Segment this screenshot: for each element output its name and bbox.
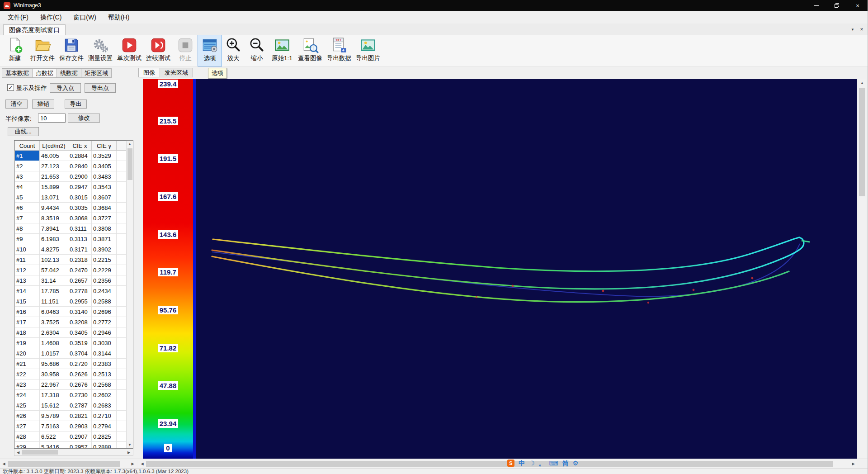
table-row[interactable]: #13 31.14 0.2657 0.2356: [15, 275, 127, 286]
table-vertical-scrollbar[interactable]: ▲ ▼: [126, 141, 133, 448]
table-row[interactable]: #28 6.522 0.2907 0.2825: [15, 431, 127, 442]
zoom-in-button[interactable]: 放大: [222, 35, 245, 66]
tab-basic-data[interactable]: 基本数据: [2, 68, 33, 78]
original-1to1-button[interactable]: 原始1:1: [269, 35, 296, 66]
table-row[interactable]: #19 1.4608 0.3519 0.3030: [15, 338, 127, 348]
column-header-luminance: L(cd/m2): [40, 141, 68, 151]
export-button[interactable]: 导出: [65, 100, 87, 109]
table-row[interactable]: #8 7.8941 0.3111 0.3808: [15, 223, 127, 234]
table-row[interactable]: #11 102.13 0.2318 0.2215: [15, 255, 127, 265]
scroll-thumb[interactable]: [859, 88, 865, 196]
simplified-chinese-icon[interactable]: 简: [562, 459, 569, 467]
table-row[interactable]: #9 6.1983 0.3113 0.3871: [15, 234, 127, 244]
half-moon-icon[interactable]: ☽: [529, 459, 535, 467]
view-image-button[interactable]: 查看图像: [296, 35, 325, 66]
table-row[interactable]: #20 1.0157 0.3704 0.3144: [15, 348, 127, 359]
sogou-input-icon[interactable]: S: [507, 460, 514, 467]
clear-button[interactable]: 清空: [5, 100, 28, 109]
options-button[interactable]: 选项: [198, 35, 222, 66]
table-row[interactable]: #18 2.6304 0.3405 0.2946: [15, 327, 127, 338]
table-row[interactable]: #24 17.318 0.2730 0.2602: [15, 390, 127, 400]
scroll-thumb[interactable]: [127, 148, 132, 180]
table-row[interactable]: #27 7.5163 0.2903 0.2794: [15, 421, 127, 431]
modify-button[interactable]: 修改: [68, 114, 100, 123]
undo-button[interactable]: 撤销: [32, 100, 54, 109]
import-point-button[interactable]: 导入点: [50, 83, 81, 93]
menu-item-help[interactable]: 帮助(H): [102, 11, 135, 24]
table-row[interactable]: #12 57.042 0.2470 0.2229: [15, 265, 127, 275]
scroll-left-icon[interactable]: ◀: [138, 460, 146, 468]
scroll-thumb[interactable]: [146, 461, 833, 467]
cell-cie-x: 0.3704: [68, 348, 92, 359]
table-row[interactable]: #1 46.005 0.2884 0.3529: [15, 151, 127, 161]
zoom-out-button[interactable]: 缩小: [245, 35, 269, 66]
scroll-up-icon[interactable]: ▲: [127, 141, 133, 147]
tab-point-data[interactable]: 点数据: [32, 68, 57, 78]
cell-count: #25: [15, 400, 40, 411]
ime-settings-icon[interactable]: ⚙: [573, 459, 579, 467]
table-row[interactable]: #15 11.151 0.2955 0.2588: [15, 296, 127, 307]
scroll-right-icon[interactable]: ▶: [129, 460, 137, 468]
tab-image-view[interactable]: 图像: [138, 68, 160, 77]
scroll-up-icon[interactable]: ▲: [858, 79, 866, 87]
scroll-thumb[interactable]: [8, 461, 120, 467]
table-row[interactable]: #26 9.5789 0.2821 0.2710: [15, 411, 127, 421]
open-file-button[interactable]: 打开文件: [28, 35, 57, 66]
table-row[interactable]: #3 21.653 0.2900 0.3483: [15, 171, 127, 182]
tab-line-data[interactable]: 线数据: [57, 68, 81, 78]
new-button[interactable]: 新建: [2, 35, 28, 66]
export-image-button[interactable]: 导出图片: [354, 35, 382, 66]
table-row[interactable]: #25 15.612 0.2787 0.2683: [15, 400, 127, 411]
main-horizontal-scrollbar[interactable]: ◀ ▶: [138, 460, 857, 468]
close-button[interactable]: ×: [847, 0, 868, 11]
tab-close-icon[interactable]: ×: [858, 26, 865, 33]
single-test-button[interactable]: 单次测试: [115, 35, 144, 66]
scroll-thumb[interactable]: [22, 450, 58, 455]
soft-keyboard-icon[interactable]: ⌨: [549, 459, 558, 467]
cell-filler: [117, 234, 127, 244]
menu-item-operate[interactable]: 操作(C): [34, 11, 67, 24]
table-row[interactable]: #7 8.3519 0.3068 0.3727: [15, 213, 127, 223]
table-row[interactable]: #17 3.7525 0.3208 0.2772: [15, 317, 127, 327]
main-vertical-scrollbar[interactable]: ▲ ▼: [858, 79, 866, 468]
cell-luminance: 6.1983: [40, 234, 68, 244]
table-row[interactable]: #14 17.785 0.2778 0.2434: [15, 286, 127, 296]
table-row[interactable]: #22 30.958 0.2626 0.2513: [15, 369, 127, 379]
display-operate-checkbox[interactable]: ✓: [7, 84, 14, 91]
menu-item-window[interactable]: 窗口(W): [67, 11, 102, 24]
export-data-button[interactable]: TXT 导出数据: [325, 35, 354, 66]
save-file-button[interactable]: 保存文件: [57, 35, 86, 66]
table-row[interactable]: #23 22.967 0.2676 0.2568: [15, 379, 127, 390]
punctuation-icon[interactable]: 。: [539, 459, 545, 467]
table-horizontal-scrollbar[interactable]: ◀ ▶: [14, 449, 133, 456]
curve-button[interactable]: 曲线...: [8, 127, 39, 136]
scroll-right-icon[interactable]: ▶: [125, 449, 132, 455]
table-row[interactable]: #29 5.3416 0.2957 0.2888: [15, 442, 127, 449]
scroll-right-icon[interactable]: ▶: [849, 460, 857, 468]
table-row[interactable]: #21 95.686 0.2720 0.2383: [15, 359, 127, 369]
table-row[interactable]: #6 9.4434 0.3035 0.3684: [15, 203, 127, 213]
tab-emitting-area[interactable]: 发光区域: [160, 68, 193, 77]
scroll-left-icon[interactable]: ◀: [14, 449, 22, 455]
radius-input[interactable]: [38, 114, 66, 123]
measurement-image-canvas[interactable]: [196, 79, 857, 459]
table-row[interactable]: #4 15.899 0.2947 0.3543: [15, 182, 127, 192]
menu-item-file[interactable]: 文件(F): [2, 11, 34, 24]
table-row[interactable]: #2 27.123 0.2840 0.3405: [15, 161, 127, 171]
measure-settings-button[interactable]: 测量设置: [86, 35, 115, 66]
chinese-mode-icon[interactable]: 中: [519, 459, 525, 467]
scroll-left-icon[interactable]: ◀: [0, 460, 8, 468]
restore-button[interactable]: [826, 0, 847, 11]
table-row[interactable]: #5 13.071 0.3015 0.3607: [15, 192, 127, 203]
stop-button[interactable]: 停止: [173, 35, 198, 66]
minimize-button[interactable]: [806, 0, 826, 11]
table-row[interactable]: #16 6.0463 0.3140 0.2696: [15, 307, 127, 317]
continuous-test-button[interactable]: 连续测试: [144, 35, 173, 66]
tab-list-dropdown-icon[interactable]: ▼: [849, 26, 856, 33]
tab-image-brightness-test-window[interactable]: 图像亮度测试窗口: [3, 24, 66, 35]
tab-rect-area[interactable]: 矩形区域: [81, 68, 112, 78]
left-panel-horizontal-scrollbar[interactable]: ◀ ▶: [0, 460, 137, 468]
export-point-button[interactable]: 导出点: [85, 83, 116, 93]
scroll-down-icon[interactable]: ▼: [127, 441, 133, 448]
table-row[interactable]: #10 4.8275 0.3171 0.3902: [15, 244, 127, 255]
